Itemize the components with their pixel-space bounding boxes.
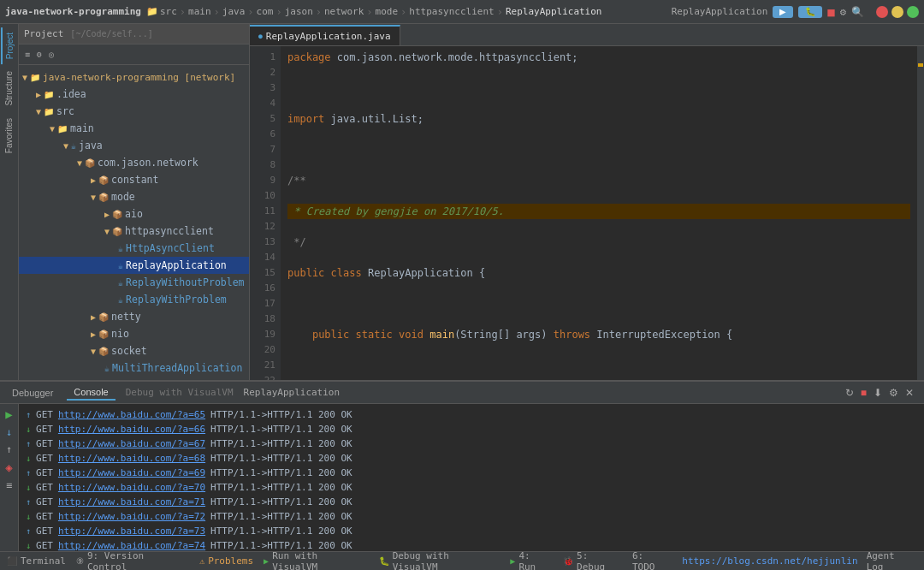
- terminal-label: Terminal: [21, 555, 66, 567]
- maximize-button[interactable]: [907, 6, 919, 18]
- version-control-label: 9: Version Control: [87, 550, 189, 571]
- settings-icon[interactable]: ⚙: [34, 48, 44, 61]
- down-icon[interactable]: ↓: [6, 426, 12, 438]
- tree-idea[interactable]: ▶ 📁 .idea: [19, 86, 249, 103]
- version-control-btn[interactable]: ⑨ 9: Version Control: [76, 550, 189, 571]
- tree-replayapplication[interactable]: ☕ ReplayApplication: [19, 257, 249, 274]
- locate-icon[interactable]: ◎: [46, 48, 56, 61]
- line-numbers: 12345 678910 1112131415 1617181920 21222…: [250, 46, 281, 380]
- console-url[interactable]: http://www.baidu.com/?a=72: [58, 509, 205, 524]
- console-url[interactable]: http://www.baidu.com/?a=70: [58, 480, 205, 495]
- tree-replaywithproblem[interactable]: ☕ ReplayWithProblem: [19, 291, 249, 308]
- console-url[interactable]: http://www.baidu.com/?a=65: [58, 407, 205, 422]
- console-url[interactable]: http://www.baidu.com/?a=71: [58, 495, 205, 509]
- blog-url[interactable]: https://blog.csdn.net/hejjunlin: [682, 555, 857, 567]
- red-icon[interactable]: ◈: [5, 460, 12, 474]
- editor-area: ● ReplayApplication.java 12345 678910 11…: [250, 24, 924, 380]
- tree-multithread[interactable]: ☕ MultiThreadApplication: [19, 359, 249, 377]
- agent-log-btn[interactable]: Agent Log: [867, 550, 917, 571]
- console-url[interactable]: http://www.baidu.com/?a=67: [58, 436, 205, 451]
- tree-nio[interactable]: ▶ 📦 nio: [19, 325, 249, 342]
- run-btn[interactable]: ▶ 4: Run: [510, 550, 553, 571]
- up-icon[interactable]: ↑: [6, 443, 12, 455]
- warning-icon: ⚠: [199, 556, 204, 566]
- agent-log-label: Agent Log: [867, 550, 917, 571]
- console-line: ↓ GET http://www.baidu.com/?a=68 HTTP/1.…: [26, 451, 917, 466]
- tree-aio-label: aio: [125, 208, 143, 220]
- download-icon: ↓: [26, 509, 31, 524]
- project-path: [~/Code/self...]: [70, 29, 152, 39]
- tree-root[interactable]: ▼ 📁 java-network-programming [network]: [19, 68, 249, 86]
- bottom-content-area: ▶ ↓ ↑ ◈ ≡ ↑ GET http://www.baidu.com/?a=…: [0, 404, 924, 551]
- settings-icon[interactable]: ⚙: [840, 6, 846, 18]
- tree-package[interactable]: ▼ 📦 com.jason.network: [19, 154, 249, 171]
- terminal-btn[interactable]: ⬛ Terminal: [7, 555, 66, 567]
- debug-btn[interactable]: 🐞 5: Debug: [563, 550, 622, 571]
- tab-replayapplication[interactable]: ● ReplayApplication.java: [250, 25, 400, 45]
- play-icon[interactable]: ▶: [5, 407, 12, 421]
- code-editor: 12345 678910 1112131415 1617181920 21222…: [250, 46, 924, 380]
- tree-main[interactable]: ▼ 📁 main: [19, 120, 249, 137]
- bottom-toolbar: ↻ ■ ⬇ ⚙ ✕: [840, 385, 919, 401]
- tree-httpasyncclient[interactable]: ▼ 📦 httpasyncclient: [19, 223, 249, 240]
- sidebar-toolbar: ≡ ⚙ ◎: [19, 45, 249, 65]
- upload-icon: ↑: [26, 524, 31, 538]
- console-url[interactable]: http://www.baidu.com/?a=69: [58, 466, 205, 480]
- tab-favorites[interactable]: Favorites: [2, 113, 16, 158]
- run-button[interactable]: ▶: [773, 6, 793, 18]
- tree-replaywithoutproblem-label: ReplayWithoutProblem: [126, 276, 244, 288]
- scroll-end-btn[interactable]: ⬇: [872, 385, 884, 401]
- todo-btn[interactable]: 6: TODO: [632, 550, 672, 571]
- status-bar: ⬛ Terminal ⑨ 9: Version Control ⚠ Proble…: [0, 551, 924, 570]
- side-tab-bar: Project Structure Favorites: [0, 24, 19, 380]
- restart-btn[interactable]: ↻: [844, 385, 856, 401]
- tree-java[interactable]: ▼ ☕ java: [19, 137, 249, 154]
- console-line: ↑ GET http://www.baidu.com/?a=67 HTTP/1.…: [26, 436, 917, 451]
- tree-src[interactable]: ▼ 📁 src: [19, 103, 249, 120]
- console-url[interactable]: http://www.baidu.com/?a=66: [58, 422, 205, 436]
- code-content[interactable]: package com.jason.network.mode.httpasync…: [281, 46, 917, 380]
- console-output[interactable]: ↑ GET http://www.baidu.com/?a=65 HTTP/1.…: [19, 404, 924, 551]
- tree-constant[interactable]: ▶ 📦 constant: [19, 171, 249, 188]
- tab-console[interactable]: Console: [67, 385, 115, 401]
- filter-icon[interactable]: ≡: [6, 479, 12, 491]
- status-right: https://blog.csdn.net/hejjunlin Agent Lo…: [682, 550, 917, 571]
- tree-netty[interactable]: ▶ 📦 netty: [19, 308, 249, 325]
- upload-icon: ↑: [26, 436, 31, 451]
- tab-dot: ●: [258, 33, 263, 40]
- tree-socket[interactable]: ▼ 📦 socket: [19, 342, 249, 359]
- stop-button[interactable]: ■: [827, 5, 834, 19]
- tree-netty-label: netty: [111, 311, 141, 323]
- console-line: ↓ GET http://www.baidu.com/?a=72 HTTP/1.…: [26, 509, 917, 524]
- search-icon[interactable]: 🔍: [851, 6, 864, 18]
- tab-debugger[interactable]: Debugger: [5, 386, 60, 400]
- session-name: ReplayApplication: [244, 387, 341, 398]
- tab-project[interactable]: Project: [1, 27, 17, 64]
- stop-btn[interactable]: ■: [859, 385, 868, 401]
- tree-replaywithoutproblem[interactable]: ☕ ReplayWithoutProblem: [19, 274, 249, 291]
- tree-socket-label: socket: [111, 345, 147, 357]
- tree-multithread-label: MultiThreadApplication: [112, 362, 242, 374]
- tree-src-label: src: [56, 105, 74, 117]
- todo-label: 6: TODO: [632, 550, 672, 571]
- run-config-area: ReplayApplication ▶ 🐛 ■ ⚙ 🔍: [672, 5, 864, 19]
- tree-main-label: main: [70, 122, 94, 134]
- debug-button[interactable]: 🐛: [798, 6, 822, 18]
- problems-btn[interactable]: ⚠ Problems: [199, 555, 253, 567]
- tree-httpasyncclient-file[interactable]: ☕ HttpAsyncClient: [19, 240, 249, 257]
- minimize-button[interactable]: [891, 6, 903, 18]
- tree-aio[interactable]: ▶ 📦 aio: [19, 205, 249, 223]
- console-url[interactable]: http://www.baidu.com/?a=68: [58, 451, 205, 466]
- tab-structure[interactable]: Structure: [2, 66, 16, 111]
- collapse-all-icon[interactable]: ≡: [22, 48, 33, 61]
- console-url[interactable]: http://www.baidu.com/?a=73: [58, 524, 205, 538]
- settings-btn[interactable]: ⚙: [887, 385, 900, 401]
- debug-visualvm-btn[interactable]: 🐛 Debug with VisualVM: [379, 550, 500, 571]
- run-visualvm-btn[interactable]: ▶ Run with VisualVM: [264, 550, 369, 571]
- close-button[interactable]: [876, 6, 888, 18]
- close-btn[interactable]: ✕: [903, 385, 915, 401]
- tree-httpasyncclient-class: HttpAsyncClient: [126, 242, 215, 254]
- tree-mode[interactable]: ▼ 📦 mode: [19, 188, 249, 205]
- download-icon: ↓: [26, 422, 31, 436]
- upload-icon: ↑: [26, 495, 31, 509]
